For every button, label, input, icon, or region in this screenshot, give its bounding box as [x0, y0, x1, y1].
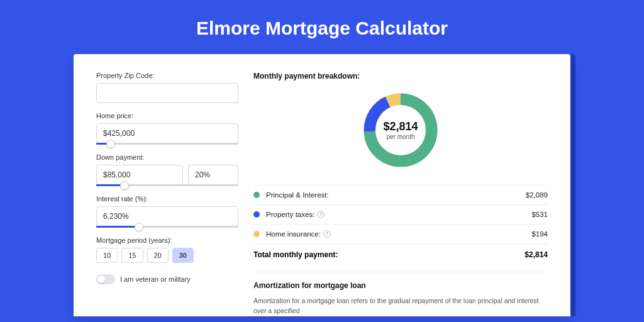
- down-payment-label: Down payment:: [96, 153, 238, 161]
- breakdown-value: $531: [531, 211, 548, 218]
- zip-input[interactable]: [96, 83, 238, 103]
- breakdown-row: Principal & Interest:$2,089: [253, 185, 548, 204]
- amortization-title: Amortization for mortgage loan: [253, 281, 548, 290]
- period-button-15[interactable]: 15: [121, 248, 143, 263]
- donut-chart: $2,814 per month: [360, 89, 441, 171]
- period-button-20[interactable]: 20: [147, 248, 169, 263]
- home-price-label: Home price:: [96, 112, 238, 119]
- donut-amount: $2,814: [383, 120, 418, 133]
- help-icon[interactable]: ?: [317, 211, 325, 218]
- breakdown-label: Property taxes:: [266, 211, 314, 218]
- down-payment-slider[interactable]: [96, 184, 238, 186]
- page-title: Elmore Mortgage Calculator: [0, 18, 644, 39]
- breakdown-value: $2,089: [526, 191, 548, 199]
- veteran-toggle[interactable]: [96, 274, 115, 284]
- down-payment-percent-input[interactable]: [188, 165, 238, 185]
- interest-rate-field: Interest rate (%):: [96, 195, 238, 228]
- period-button-group: 10152030: [96, 248, 238, 263]
- veteran-toggle-row: I am veteran or military: [96, 274, 238, 284]
- page-header: Elmore Mortgage Calculator: [0, 0, 644, 54]
- mortgage-period-label: Mortgage period (years):: [96, 236, 238, 244]
- donut-chart-wrap: $2,814 per month: [253, 89, 548, 171]
- calculator-card: Property Zip Code: Home price: Down paym…: [74, 54, 570, 316]
- slider-thumb[interactable]: [135, 223, 143, 231]
- breakdown-value: $194: [531, 230, 548, 238]
- home-price-field: Home price:: [96, 112, 238, 145]
- legend-dot: [253, 231, 260, 237]
- down-payment-amount-input[interactable]: [96, 165, 183, 185]
- veteran-label: I am veteran or military: [120, 275, 191, 283]
- amortization-section: Amortization for mortgage loan Amortizat…: [253, 272, 548, 316]
- form-column: Property Zip Code: Home price: Down paym…: [96, 72, 253, 316]
- mortgage-period-field: Mortgage period (years): 10152030: [96, 236, 238, 263]
- slider-thumb[interactable]: [106, 140, 115, 148]
- total-value: $2,814: [525, 250, 548, 259]
- period-button-30[interactable]: 30: [172, 248, 194, 263]
- donut-sub: per month: [386, 133, 414, 140]
- total-row: Total monthly payment: $2,814: [253, 243, 548, 265]
- slider-thumb[interactable]: [120, 181, 129, 190]
- donut-center: $2,814 per month: [360, 89, 441, 171]
- breakdown-label: Principal & Interest:: [266, 191, 329, 199]
- zip-field: Property Zip Code:: [96, 72, 238, 103]
- home-price-input[interactable]: [96, 123, 238, 143]
- slider-fill: [96, 226, 139, 228]
- breakdown-row: Property taxes:?$531: [253, 204, 548, 224]
- breakdown-row: Home insurance:?$194: [253, 224, 548, 243]
- zip-label: Property Zip Code:: [96, 72, 238, 79]
- legend-dot: [253, 192, 260, 198]
- legend-dot: [253, 211, 260, 218]
- breakdown-column: Monthly payment breakdown: $2,814 per mo…: [253, 72, 548, 316]
- amortization-body: Amortization for a mortgage loan refers …: [253, 296, 548, 316]
- home-price-slider[interactable]: [96, 143, 238, 145]
- period-button-10[interactable]: 10: [96, 248, 118, 263]
- interest-slider[interactable]: [96, 226, 238, 228]
- interest-rate-label: Interest rate (%):: [96, 195, 238, 203]
- breakdown-title: Monthly payment breakdown:: [253, 72, 548, 80]
- down-payment-field: Down payment:: [96, 153, 238, 186]
- interest-rate-input[interactable]: [96, 206, 238, 226]
- total-label: Total monthly payment:: [253, 250, 338, 259]
- breakdown-list: Principal & Interest:$2,089Property taxe…: [253, 185, 548, 243]
- breakdown-label: Home insurance:: [266, 230, 321, 238]
- help-icon[interactable]: ?: [323, 230, 331, 238]
